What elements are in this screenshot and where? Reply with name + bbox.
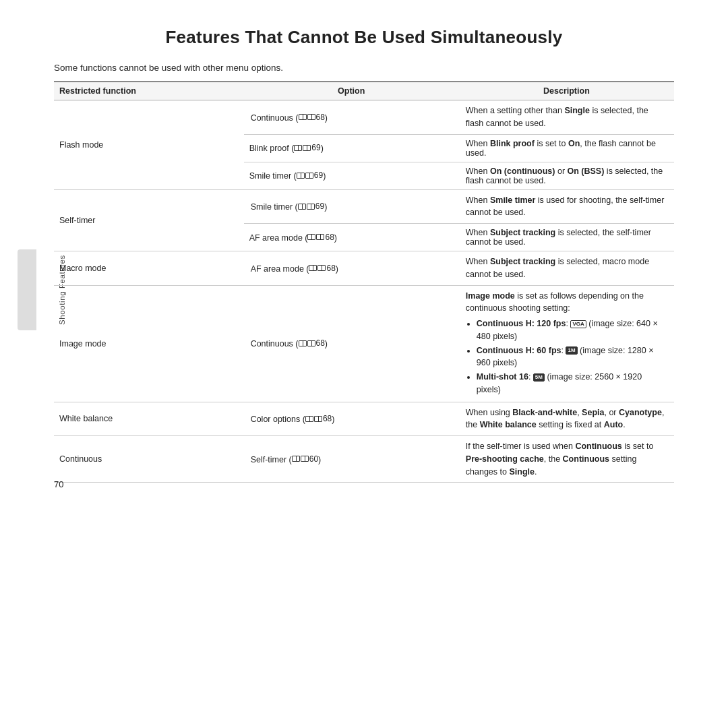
option-cell: Continuous (68) <box>244 100 459 135</box>
option-cell: Continuous (68) <box>244 285 459 402</box>
table-row: ContinuousSelf-timer (60)If the self-tim… <box>54 436 674 483</box>
option-cell: Smile timer (69) <box>244 162 459 189</box>
restricted-function-cell: Image mode <box>54 285 244 402</box>
description-cell: Image mode is set as follows depending o… <box>459 285 674 402</box>
option-cell: AF area mode (68) <box>244 224 459 251</box>
description-cell: When Smile timer is used for shooting, t… <box>459 189 674 224</box>
table-row: White balanceColor options (68)When usin… <box>54 402 674 436</box>
features-table: Restricted function Option Description F… <box>54 81 674 483</box>
option-cell: Blink proof (69) <box>244 134 459 162</box>
intro-text: Some functions cannot be used with other… <box>54 63 674 73</box>
table-row: Self-timerSmile timer (69)When Smile tim… <box>54 189 674 224</box>
page-wrapper: Features That Cannot Be Used Simultaneou… <box>0 0 728 510</box>
option-cell: Smile timer (69) <box>244 189 459 224</box>
option-cell: AF area mode (68) <box>244 251 459 286</box>
restricted-function-cell: White balance <box>54 402 244 436</box>
option-cell: Color options (68) <box>244 402 459 436</box>
table-row: Macro modeAF area mode (68)When Subject … <box>54 251 674 286</box>
restricted-function-cell: Macro mode <box>54 251 244 286</box>
table-row: Flash modeContinuous (68)When a setting … <box>54 100 674 135</box>
restricted-function-cell: Self-timer <box>54 189 244 251</box>
description-cell: When Blink proof is set to On, the flash… <box>459 134 674 162</box>
col-header-description: Description <box>459 82 674 100</box>
col-header-option: Option <box>244 82 459 100</box>
description-cell: When On (continuous) or On (BSS) is sele… <box>459 162 674 189</box>
page-title: Features That Cannot Be Used Simultaneou… <box>54 27 674 48</box>
description-cell: When using Black-and-white, Sepia, or Cy… <box>459 402 674 436</box>
restricted-function-cell: Flash mode <box>54 100 244 190</box>
col-header-restricted: Restricted function <box>54 82 244 100</box>
table-row: Image modeContinuous (68)Image mode is s… <box>54 285 674 402</box>
description-cell: When a setting other than Single is sele… <box>459 100 674 135</box>
option-cell: Self-timer (60) <box>244 436 459 483</box>
restricted-function-cell: Continuous <box>54 436 244 483</box>
description-cell: When Subject tracking is selected, macro… <box>459 251 674 286</box>
page-number: 70 <box>54 479 63 489</box>
description-cell: When Subject tracking is selected, the s… <box>459 224 674 251</box>
description-cell: If the self-timer is used when Continuou… <box>459 436 674 483</box>
